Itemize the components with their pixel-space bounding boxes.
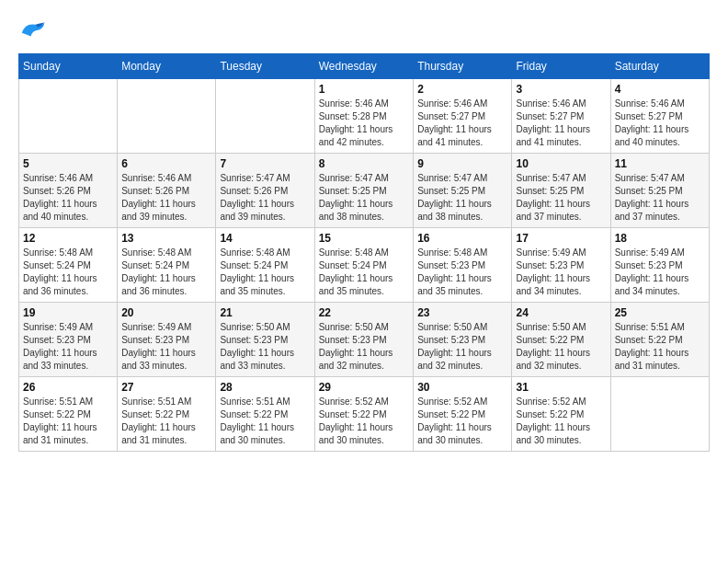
day-info: Sunrise: 5:48 AM Sunset: 5:24 PM Dayligh… [319,247,410,298]
day-info: Sunrise: 5:50 AM Sunset: 5:22 PM Dayligh… [516,321,606,373]
calendar-week-row: 1Sunrise: 5:46 AM Sunset: 5:28 PM Daylig… [19,79,710,154]
day-info: Sunrise: 5:46 AM Sunset: 5:27 PM Dayligh… [516,98,606,149]
day-of-week-header: Monday [118,54,216,79]
day-number: 28 [220,381,310,394]
day-number: 26 [23,381,113,394]
day-info: Sunrise: 5:48 AM Sunset: 5:24 PM Dayligh… [23,247,113,298]
calendar-day-cell: 23Sunrise: 5:50 AM Sunset: 5:23 PM Dayli… [414,303,512,377]
day-info: Sunrise: 5:46 AM Sunset: 5:27 PM Dayligh… [615,98,705,149]
day-of-week-header: Tuesday [216,54,314,79]
calendar-day-cell: 10Sunrise: 5:47 AM Sunset: 5:25 PM Dayli… [512,154,610,228]
calendar-day-cell: 31Sunrise: 5:52 AM Sunset: 5:22 PM Dayli… [512,377,610,452]
calendar-day-cell: 29Sunrise: 5:52 AM Sunset: 5:22 PM Dayli… [314,377,414,452]
calendar-day-cell: 13Sunrise: 5:48 AM Sunset: 5:24 PM Dayli… [118,228,216,303]
day-info: Sunrise: 5:51 AM Sunset: 5:22 PM Dayligh… [615,321,705,373]
calendar-day-cell: 1Sunrise: 5:46 AM Sunset: 5:28 PM Daylig… [314,79,414,154]
day-number: 5 [23,157,113,170]
calendar-day-cell: 4Sunrise: 5:46 AM Sunset: 5:27 PM Daylig… [610,79,709,154]
day-number: 13 [121,232,211,245]
calendar-day-cell: 20Sunrise: 5:49 AM Sunset: 5:23 PM Dayli… [118,303,216,377]
day-info: Sunrise: 5:52 AM Sunset: 5:22 PM Dayligh… [516,396,606,447]
day-info: Sunrise: 5:48 AM Sunset: 5:24 PM Dayligh… [121,247,211,298]
day-number: 8 [319,157,410,170]
day-of-week-header: Thursday [414,54,512,79]
day-info: Sunrise: 5:51 AM Sunset: 5:22 PM Dayligh… [23,396,113,447]
logo [18,18,50,44]
day-number: 1 [319,83,410,96]
day-number: 15 [319,232,410,245]
day-number: 14 [220,232,310,245]
calendar-day-cell: 9Sunrise: 5:47 AM Sunset: 5:25 PM Daylig… [414,154,512,228]
calendar-table: SundayMondayTuesdayWednesdayThursdayFrid… [18,53,710,452]
day-info: Sunrise: 5:49 AM Sunset: 5:23 PM Dayligh… [23,321,113,373]
day-info: Sunrise: 5:46 AM Sunset: 5:26 PM Dayligh… [23,172,113,224]
day-number: 24 [516,306,606,319]
day-info: Sunrise: 5:49 AM Sunset: 5:23 PM Dayligh… [121,321,211,373]
calendar-day-cell: 22Sunrise: 5:50 AM Sunset: 5:23 PM Dayli… [314,303,414,377]
calendar-day-cell: 3Sunrise: 5:46 AM Sunset: 5:27 PM Daylig… [512,79,610,154]
day-number: 20 [121,306,211,319]
calendar-day-cell [216,79,314,154]
day-info: Sunrise: 5:47 AM Sunset: 5:26 PM Dayligh… [220,172,310,224]
day-number: 9 [417,157,507,170]
day-number: 11 [615,157,705,170]
calendar-day-cell: 7Sunrise: 5:47 AM Sunset: 5:26 PM Daylig… [216,154,314,228]
day-number: 17 [516,232,606,245]
day-info: Sunrise: 5:47 AM Sunset: 5:25 PM Dayligh… [319,172,410,224]
calendar-day-cell: 25Sunrise: 5:51 AM Sunset: 5:22 PM Dayli… [610,303,709,377]
day-number: 21 [220,306,310,319]
day-info: Sunrise: 5:47 AM Sunset: 5:25 PM Dayligh… [615,172,705,224]
calendar-day-cell: 26Sunrise: 5:51 AM Sunset: 5:22 PM Dayli… [19,377,118,452]
day-number: 10 [516,157,606,170]
day-info: Sunrise: 5:49 AM Sunset: 5:23 PM Dayligh… [516,247,606,298]
calendar-header-row: SundayMondayTuesdayWednesdayThursdayFrid… [19,54,710,79]
calendar-day-cell: 11Sunrise: 5:47 AM Sunset: 5:25 PM Dayli… [610,154,709,228]
calendar-day-cell: 2Sunrise: 5:46 AM Sunset: 5:27 PM Daylig… [414,79,512,154]
day-info: Sunrise: 5:46 AM Sunset: 5:27 PM Dayligh… [417,98,507,149]
calendar-day-cell: 16Sunrise: 5:48 AM Sunset: 5:23 PM Dayli… [414,228,512,303]
calendar-day-cell [19,79,118,154]
day-info: Sunrise: 5:46 AM Sunset: 5:28 PM Dayligh… [319,98,410,149]
day-info: Sunrise: 5:47 AM Sunset: 5:25 PM Dayligh… [417,172,507,224]
day-number: 29 [319,381,410,394]
calendar-day-cell: 5Sunrise: 5:46 AM Sunset: 5:26 PM Daylig… [19,154,118,228]
logo-icon [18,18,46,44]
day-info: Sunrise: 5:48 AM Sunset: 5:24 PM Dayligh… [220,247,310,298]
day-number: 23 [417,306,507,319]
calendar-day-cell: 17Sunrise: 5:49 AM Sunset: 5:23 PM Dayli… [512,228,610,303]
day-info: Sunrise: 5:47 AM Sunset: 5:25 PM Dayligh… [516,172,606,224]
day-number: 25 [615,306,705,319]
calendar-day-cell [610,377,709,452]
calendar-week-row: 5Sunrise: 5:46 AM Sunset: 5:26 PM Daylig… [19,154,710,228]
day-number: 6 [121,157,211,170]
calendar-week-row: 12Sunrise: 5:48 AM Sunset: 5:24 PM Dayli… [19,228,710,303]
day-of-week-header: Friday [512,54,610,79]
day-number: 16 [417,232,507,245]
calendar-week-row: 19Sunrise: 5:49 AM Sunset: 5:23 PM Dayli… [19,303,710,377]
day-number: 18 [615,232,705,245]
calendar-day-cell: 8Sunrise: 5:47 AM Sunset: 5:25 PM Daylig… [314,154,414,228]
calendar-day-cell: 6Sunrise: 5:46 AM Sunset: 5:26 PM Daylig… [118,154,216,228]
day-number: 4 [615,83,705,96]
day-number: 22 [319,306,410,319]
day-info: Sunrise: 5:50 AM Sunset: 5:23 PM Dayligh… [220,321,310,373]
day-of-week-header: Wednesday [314,54,414,79]
calendar-day-cell: 14Sunrise: 5:48 AM Sunset: 5:24 PM Dayli… [216,228,314,303]
calendar-day-cell: 27Sunrise: 5:51 AM Sunset: 5:22 PM Dayli… [118,377,216,452]
day-info: Sunrise: 5:51 AM Sunset: 5:22 PM Dayligh… [220,396,310,447]
day-info: Sunrise: 5:51 AM Sunset: 5:22 PM Dayligh… [121,396,211,447]
calendar-day-cell: 21Sunrise: 5:50 AM Sunset: 5:23 PM Dayli… [216,303,314,377]
day-info: Sunrise: 5:50 AM Sunset: 5:23 PM Dayligh… [417,321,507,373]
day-number: 31 [516,381,606,394]
calendar-day-cell [118,79,216,154]
day-info: Sunrise: 5:52 AM Sunset: 5:22 PM Dayligh… [319,396,410,447]
calendar-day-cell: 15Sunrise: 5:48 AM Sunset: 5:24 PM Dayli… [314,228,414,303]
calendar-day-cell: 24Sunrise: 5:50 AM Sunset: 5:22 PM Dayli… [512,303,610,377]
calendar-day-cell: 30Sunrise: 5:52 AM Sunset: 5:22 PM Dayli… [414,377,512,452]
day-info: Sunrise: 5:50 AM Sunset: 5:23 PM Dayligh… [319,321,410,373]
calendar-day-cell: 18Sunrise: 5:49 AM Sunset: 5:23 PM Dayli… [610,228,709,303]
day-info: Sunrise: 5:46 AM Sunset: 5:26 PM Dayligh… [121,172,211,224]
calendar-day-cell: 19Sunrise: 5:49 AM Sunset: 5:23 PM Dayli… [19,303,118,377]
day-number: 7 [220,157,310,170]
calendar-day-cell: 28Sunrise: 5:51 AM Sunset: 5:22 PM Dayli… [216,377,314,452]
